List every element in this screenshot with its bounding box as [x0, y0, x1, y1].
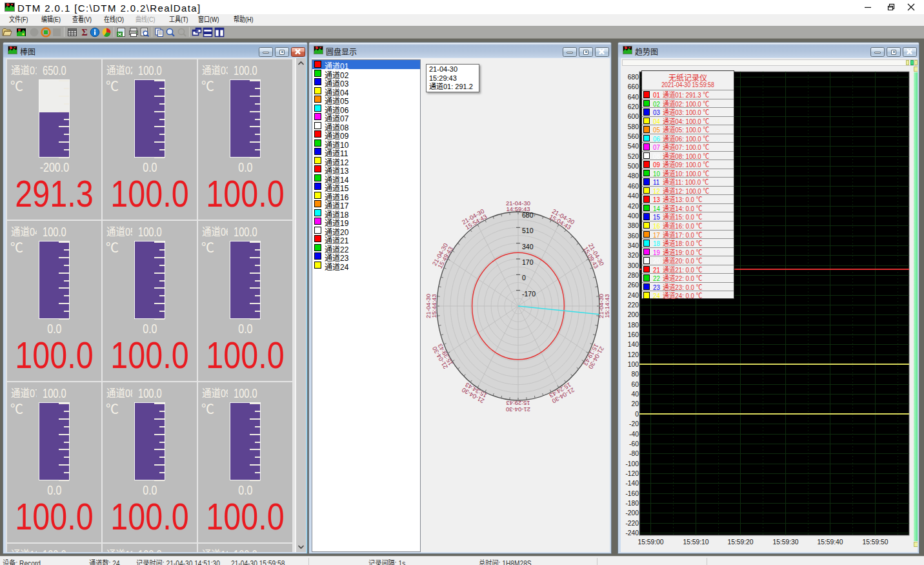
svg-text:15:59:40: 15:59:40 [817, 539, 843, 546]
svg-text:21-04-3015:14:43: 21-04-3015:14:43 [598, 294, 610, 318]
svg-text:340: 340 [628, 242, 639, 249]
svg-text:15:59:50: 15:59:50 [862, 539, 888, 546]
svg-text:-240: -240 [625, 529, 639, 537]
svg-text:260: 260 [628, 282, 639, 289]
svg-text:15:59:10: 15:59:10 [683, 539, 708, 546]
svg-text:500: 500 [628, 163, 639, 170]
svg-text:680: 680 [628, 74, 639, 81]
svg-text:15:59:30: 15:59:30 [772, 539, 798, 546]
svg-text:400: 400 [628, 212, 639, 220]
svg-text:600: 600 [628, 113, 639, 120]
svg-text:-100: -100 [625, 460, 639, 467]
svg-text:80: 80 [632, 371, 639, 378]
svg-text:480: 480 [628, 172, 639, 180]
svg-text:-60: -60 [629, 440, 639, 447]
svg-text:340: 340 [522, 243, 534, 251]
svg-text:520: 520 [628, 153, 639, 160]
svg-text:21-04-3015:29:43: 21-04-3015:29:43 [506, 400, 530, 413]
svg-text:-120: -120 [625, 470, 639, 477]
svg-text:Σ: Σ [81, 28, 87, 37]
svg-text:-20: -20 [629, 420, 639, 427]
svg-text:160: 160 [628, 331, 639, 338]
svg-text:-140: -140 [625, 480, 639, 487]
svg-text:460: 460 [628, 183, 639, 190]
svg-text:15:59:20: 15:59:20 [727, 539, 753, 546]
svg-text:140: 140 [628, 341, 639, 348]
svg-text:60: 60 [632, 381, 639, 388]
svg-text:320: 320 [628, 252, 639, 259]
svg-text:170: 170 [522, 258, 534, 266]
svg-text:40: 40 [632, 391, 639, 398]
svg-text:560: 560 [628, 133, 639, 140]
svg-text:280: 280 [628, 272, 639, 279]
svg-text:180: 180 [628, 322, 639, 329]
svg-text:-200: -200 [625, 509, 639, 517]
svg-text:660: 660 [628, 83, 639, 90]
svg-text:-160: -160 [625, 490, 639, 497]
svg-text:21-04-3015:44:43: 21-04-3015:44:43 [425, 294, 438, 318]
svg-text:300: 300 [628, 262, 639, 269]
svg-text:-40: -40 [629, 431, 639, 438]
svg-text:220: 220 [628, 302, 639, 309]
svg-text:360: 360 [628, 232, 639, 240]
svg-text:380: 380 [628, 222, 639, 229]
svg-text:15:59:00: 15:59:00 [638, 539, 663, 546]
svg-text:620: 620 [628, 103, 639, 110]
svg-text:640: 640 [628, 94, 639, 101]
svg-text:21-04-3014:59:43: 21-04-3014:59:43 [506, 200, 530, 213]
svg-text:510: 510 [522, 227, 534, 234]
svg-text:0: 0 [635, 411, 639, 418]
svg-text:100: 100 [628, 361, 639, 368]
svg-text:120: 120 [628, 351, 639, 358]
svg-text:580: 580 [628, 123, 639, 130]
svg-text:-170: -170 [522, 290, 536, 298]
svg-text:440: 440 [628, 192, 639, 200]
svg-text:240: 240 [628, 292, 639, 299]
svg-text:0: 0 [522, 274, 526, 282]
svg-text:20: 20 [632, 400, 639, 407]
svg-text:540: 540 [628, 143, 639, 150]
svg-text:200: 200 [628, 311, 639, 318]
svg-text:420: 420 [628, 203, 639, 210]
svg-text:-220: -220 [625, 520, 639, 527]
svg-text:-80: -80 [629, 450, 639, 457]
svg-text:-180: -180 [625, 500, 639, 507]
